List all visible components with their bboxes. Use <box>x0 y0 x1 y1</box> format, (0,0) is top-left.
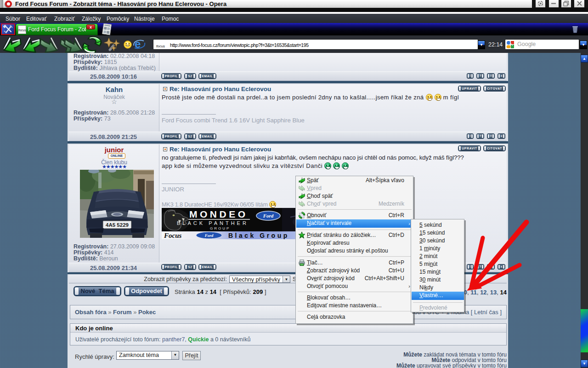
svg-text:4A5 5229: 4A5 5229 <box>106 222 129 228</box>
svg-text:GROUP: GROUP <box>210 226 230 230</box>
svg-text:BLACK PANTHER: BLACK PANTHER <box>177 220 249 226</box>
svg-text:Ford: Ford <box>204 233 214 238</box>
svg-text:Focus: Focus <box>164 232 182 239</box>
svg-text:MONDEO: MONDEO <box>189 209 248 219</box>
svg-text:Black Group: Black Group <box>228 232 289 239</box>
svg-text:Ford: Ford <box>263 213 274 218</box>
